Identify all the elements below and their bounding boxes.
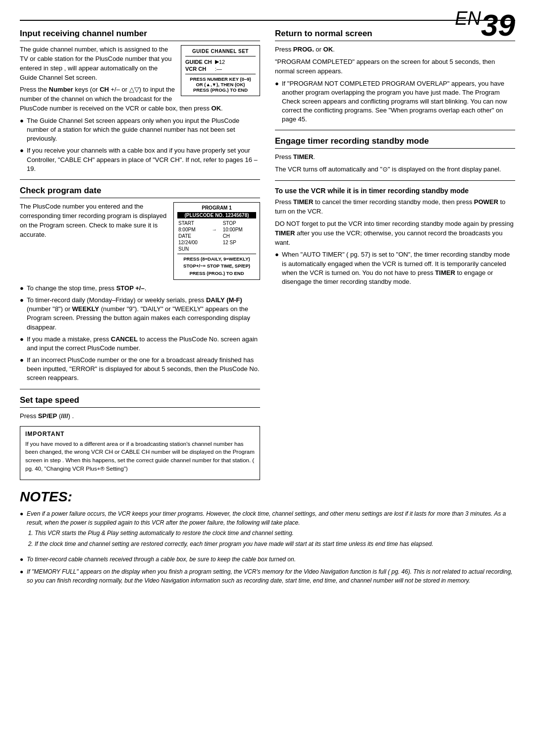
bullet-item: ●To change the stop time, press STOP +/–… [20, 284, 260, 293]
bullet-item: ●The Guide Channel Set screen appears on… [20, 116, 260, 144]
table-cell: DATE [177, 233, 211, 239]
set-tape-para: Press SP/EP (////) . [20, 412, 260, 421]
notes-item-text: Even if a power failure occurs, the VCR … [27, 510, 515, 551]
section-engage-timer-heading: Engage timer recording standby mode [275, 136, 515, 149]
table-row: SUN [177, 246, 256, 252]
divider3 [275, 130, 515, 130]
return-normal-para2: "PROGRAM COMPLETED" appears on the scree… [275, 57, 515, 76]
table-cell [211, 220, 222, 226]
important-para: If you have moved to a different area or… [25, 440, 255, 473]
notes-item-text: To timer-record cable channels received … [27, 555, 296, 564]
bullet-item: ●If you receive your channels with a cab… [20, 146, 260, 173]
divider4 [275, 180, 515, 181]
guide-channel-box: GUIDE CHANNEL SET GUIDE CH ▶ 12 VCR CH :… [181, 45, 260, 96]
bullet-item: ●If "PROGRAM NOT COMPLETED PROGRAM OVERL… [275, 79, 515, 124]
divider1 [20, 179, 260, 180]
section-check-program: Check program date PROGRAM 1 (PLUSCODE N… [20, 186, 260, 383]
top-rule [20, 20, 515, 21]
section-set-tape-heading: Set tape speed [20, 395, 260, 408]
guide-ch-label: GUIDE CH [185, 59, 215, 65]
guide-channel-box-title: GUIDE CHANNEL SET [185, 49, 256, 54]
box-divider1 [185, 56, 256, 56]
section-input-channel-heading: Input receiving channel number [20, 29, 260, 41]
table-cell: 12/24/00 [177, 239, 211, 246]
section-check-program-body: PROGRAM 1 (PLUSCODE NO. 12345678) START … [20, 202, 260, 284]
engage-timer-para2: The VCR turns off automatically and "⊙" … [275, 165, 515, 174]
program-press-text: PRESS (8=DAILY, 9=WEEKLY)STOP+/−= STOP T… [177, 256, 256, 277]
guide-ch-value: 12 [219, 59, 225, 65]
notes-sub-item: This VCR starts the Plug & Play setting … [35, 529, 515, 538]
table-row: 8:00PM → 10:00PM [177, 226, 256, 233]
section-input-channel: Input receiving channel number GUIDE CHA… [20, 29, 260, 173]
check-program-bullets: ●To change the stop time, press STOP +/–… [20, 284, 260, 383]
table-cell [211, 233, 222, 239]
notes-item-text: If "MEMORY FULL" appears on the display … [27, 568, 515, 585]
vcr-ch-value: — [216, 66, 222, 72]
section-input-channel-body: GUIDE CHANNEL SET GUIDE CH ▶ 12 VCR CH :… [20, 45, 260, 116]
table-cell: 8:00PM [177, 226, 211, 233]
notes-sub-item: If the clock time and channel setting ar… [35, 540, 515, 548]
table-row: START STOP [177, 220, 256, 226]
table-cell: 12 SP [222, 239, 256, 246]
guide-ch-row: GUIDE CH ▶ 12 [185, 58, 256, 65]
notes-list: ● Even if a power failure occurs, the VC… [20, 510, 515, 585]
en-label: EN [455, 8, 481, 29]
vcr-ch-label: VCR CH [185, 66, 215, 72]
table-row: DATE CH [177, 233, 256, 239]
sub-heading-timer-use: To use the VCR while it is in timer reco… [275, 187, 515, 195]
engage-timer-para1: Press TIMER. [275, 153, 515, 162]
sub-para2: DO NOT forget to put the VCR into timer … [275, 219, 515, 248]
main-content: Input receiving channel number GUIDE CHA… [20, 29, 515, 480]
notes-sub-list: This VCR starts the Plug & Play setting … [35, 529, 515, 549]
bullet-item: ●If you made a mistake, press CANCEL to … [20, 335, 260, 353]
input-channel-bullets: ●The Guide Channel Set screen appears on… [20, 116, 260, 173]
bullet-icon: ● [20, 510, 27, 551]
notes-section: NOTES: ● Even if a power failure occurs,… [20, 489, 515, 585]
table-cell: 10:00PM [222, 226, 256, 233]
bullet-item: ●When "AUTO TIMER" ( pg. 57) is set to "… [275, 250, 515, 286]
table-cell: CH [222, 233, 256, 239]
right-column: Return to normal screen Press PROG. or O… [275, 29, 515, 480]
table-cell [211, 239, 222, 246]
section-check-program-heading: Check program date [20, 186, 260, 198]
bullet-item: ●To timer-record daily (Monday–Friday) o… [20, 296, 260, 332]
table-row: 12/24/00 12 SP [177, 239, 256, 246]
program-box-title: PROGRAM 1 [177, 205, 256, 211]
return-normal-para1: Press PROG. or OK. [275, 45, 515, 54]
divider2 [20, 389, 260, 389]
notes-list-item: ● To timer-record cable channels receive… [20, 555, 515, 564]
engage-timer-bullets: ●When "AUTO TIMER" ( pg. 57) is set to "… [275, 250, 515, 286]
page: EN39 Input receiving channel number GUID… [0, 0, 535, 604]
bullet-icon: ● [20, 555, 27, 564]
section-set-tape: Set tape speed Press SP/EP (////) . IMPO… [20, 395, 260, 481]
bullet-item: ●If an incorrect PlusCode number or the … [20, 356, 260, 383]
prog-divider [177, 254, 256, 254]
table-cell: START [177, 220, 211, 226]
table-cell: STOP [222, 220, 256, 226]
return-normal-bullets: ●If "PROGRAM NOT COMPLETED PROGRAM OVERL… [275, 79, 515, 124]
pluscode-row: (PLUSCODE NO. 12345678) [177, 212, 256, 218]
notes-list-item: ● Even if a power failure occurs, the VC… [20, 510, 515, 551]
table-cell: → [211, 226, 222, 233]
section-engage-timer: Engage timer recording standby mode Pres… [275, 136, 515, 286]
table-cell: SUN [177, 246, 211, 252]
program-table: START STOP 8:00PM → 10:00PM DATE [177, 220, 256, 252]
page-number: EN39 [455, 9, 515, 41]
important-box: IMPORTANT If you have moved to a differe… [20, 426, 260, 481]
left-column: Input receiving channel number GUIDE CHA… [20, 29, 260, 480]
notes-title: NOTES: [20, 489, 515, 505]
vcr-ch-row: VCR CH : — [185, 66, 256, 72]
guide-ch-arrow: ▶ [215, 58, 219, 65]
important-title: IMPORTANT [25, 431, 255, 437]
table-cell [211, 246, 222, 252]
table-cell [222, 246, 256, 252]
program-box: PROGRAM 1 (PLUSCODE NO. 12345678) START … [173, 202, 260, 280]
bullet-icon: ● [20, 568, 27, 585]
sub-para1: Press TIMER to cancel the timer recordin… [275, 198, 515, 216]
box-divider2 [185, 74, 256, 74]
guide-press-text: PRESS NUMBER KEY (0–9)OR (▲,▼), THEN (OK… [185, 76, 256, 93]
section-return-normal: Return to normal screen Press PROG. or O… [275, 29, 515, 124]
notes-list-item: ● If "MEMORY FULL" appears on the displa… [20, 568, 515, 585]
